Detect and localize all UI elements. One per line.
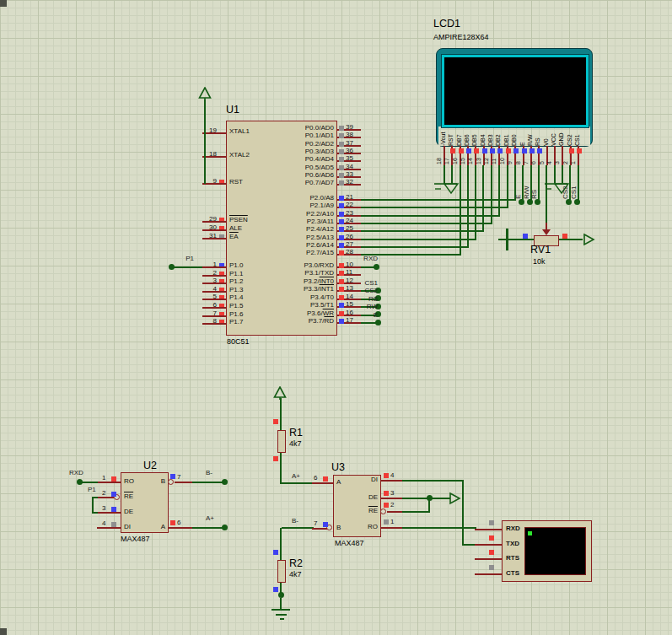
pin-stub bbox=[312, 482, 333, 484]
pin-name: DI bbox=[358, 476, 378, 483]
state-indicator bbox=[339, 243, 344, 248]
state-indicator bbox=[170, 474, 175, 479]
pin-stub bbox=[175, 482, 192, 483]
pin-name: DE bbox=[124, 509, 133, 515]
pin-stub bbox=[387, 511, 402, 513]
schematic-canvas[interactable]: U1 80C51 19 XTAL1 18 XTAL2 9 RST 29 PSEN bbox=[0, 0, 672, 635]
pin-number: 11 bbox=[346, 269, 361, 276]
pin-name: P0.0/AD0 bbox=[245, 125, 334, 132]
pin-number: 1 bbox=[102, 475, 105, 482]
pin-name: P1.7 bbox=[229, 319, 243, 326]
junction-dot bbox=[374, 264, 379, 270]
pin-number: 13 bbox=[346, 285, 361, 292]
pin-number: 38 bbox=[346, 132, 361, 138]
wire bbox=[280, 528, 282, 561]
pin-number: 4 bbox=[546, 153, 554, 164]
pin-name: P2.3/A11 bbox=[245, 218, 334, 225]
pin-number: 4 bbox=[102, 520, 105, 527]
state-indicator bbox=[111, 476, 116, 482]
net-label: RXD bbox=[69, 470, 83, 476]
wire bbox=[491, 165, 492, 224]
pin-number: 3 bbox=[102, 505, 105, 512]
pin-number: 1 bbox=[570, 153, 578, 164]
pin-name: P0.2/AD2 bbox=[245, 141, 334, 148]
pin-name: P0.6/AD6 bbox=[245, 172, 334, 179]
component-ref: R1 bbox=[289, 428, 303, 439]
pin-number: 9 bbox=[507, 153, 514, 164]
power-terminal-icon bbox=[198, 87, 212, 100]
component-value: AMPIRE128X64 bbox=[433, 34, 489, 41]
pin-name: P0.5/AD5 bbox=[245, 164, 334, 171]
wire bbox=[467, 165, 469, 248]
pin-stub bbox=[202, 132, 226, 134]
net-label: A+ bbox=[206, 515, 214, 522]
pin-name: RST bbox=[229, 179, 243, 186]
component-value: 4k7 bbox=[289, 440, 302, 448]
wire bbox=[361, 215, 500, 217]
state-indicator bbox=[339, 303, 344, 308]
pin-name: P3.6/WR bbox=[245, 310, 334, 317]
pin-number: 12 bbox=[483, 153, 491, 164]
ground-bar bbox=[271, 609, 290, 611]
wire bbox=[507, 165, 508, 208]
state-indicator bbox=[339, 142, 344, 147]
pin-number: 16 bbox=[452, 153, 460, 164]
junction-dot bbox=[566, 199, 572, 205]
pin-number: 11 bbox=[491, 153, 498, 164]
pin-name: P3.5/T1 bbox=[245, 302, 334, 309]
wire bbox=[402, 527, 476, 529]
wire bbox=[82, 482, 98, 483]
pin-name: P1.1 bbox=[229, 271, 243, 277]
net-label: RW bbox=[361, 304, 378, 310]
wire bbox=[428, 498, 430, 512]
state-indicator bbox=[384, 519, 389, 525]
inversion-bubble bbox=[380, 509, 386, 514]
wire bbox=[192, 482, 224, 483]
pin-number: 2 bbox=[562, 153, 570, 164]
pin-number: 25 bbox=[346, 225, 361, 232]
component-body[interactable] bbox=[277, 430, 286, 453]
wire bbox=[475, 165, 476, 240]
state-indicator bbox=[339, 295, 344, 300]
pin-number: 2 bbox=[390, 502, 394, 509]
pin-stub bbox=[475, 529, 502, 530]
pin-number: 15 bbox=[346, 301, 361, 308]
component-ref: U2 bbox=[143, 460, 157, 471]
pin-name: P1.5 bbox=[229, 303, 243, 309]
wire bbox=[462, 481, 464, 546]
pin-number: 13 bbox=[476, 153, 483, 164]
state-indicator bbox=[339, 235, 344, 240]
pin-name: P0.7/AD7 bbox=[245, 180, 334, 186]
pin-number: 6 bbox=[177, 519, 180, 526]
pin-number: 35 bbox=[346, 155, 361, 162]
component-ref: RV1 bbox=[530, 245, 551, 256]
pin-name: P3.2/INT0 bbox=[245, 278, 334, 285]
junction-dot bbox=[222, 479, 228, 485]
pin-stub bbox=[475, 544, 502, 546]
power-terminal-icon bbox=[449, 492, 461, 505]
state-indicator bbox=[339, 173, 344, 178]
state-indicator bbox=[339, 219, 344, 224]
pin-number: 24 bbox=[346, 218, 361, 224]
state-indicator bbox=[489, 550, 494, 555]
pin-number: 15 bbox=[460, 153, 467, 164]
pin-stub bbox=[202, 183, 226, 185]
state-indicator bbox=[323, 522, 328, 527]
pin-name: P0.1/AD1 bbox=[245, 132, 334, 139]
pin-stub bbox=[97, 527, 121, 529]
pin-stub bbox=[312, 528, 327, 530]
wire bbox=[172, 266, 202, 268]
net-label: RXD bbox=[361, 256, 378, 262]
wire bbox=[282, 527, 314, 529]
wire bbox=[361, 207, 508, 208]
pin-name: P0.4/AD4 bbox=[245, 156, 334, 163]
pin-number: 6 bbox=[314, 475, 317, 482]
pin-name: P2.0/A8 bbox=[245, 195, 334, 202]
net-label: A+ bbox=[292, 473, 300, 480]
pin-number: 8 bbox=[515, 153, 523, 164]
component-ref: R2 bbox=[289, 558, 303, 569]
component-body[interactable] bbox=[277, 560, 286, 583]
ground-bar bbox=[276, 614, 287, 616]
sheet-corner-marker bbox=[0, 0, 7, 7]
state-indicator bbox=[339, 319, 344, 324]
